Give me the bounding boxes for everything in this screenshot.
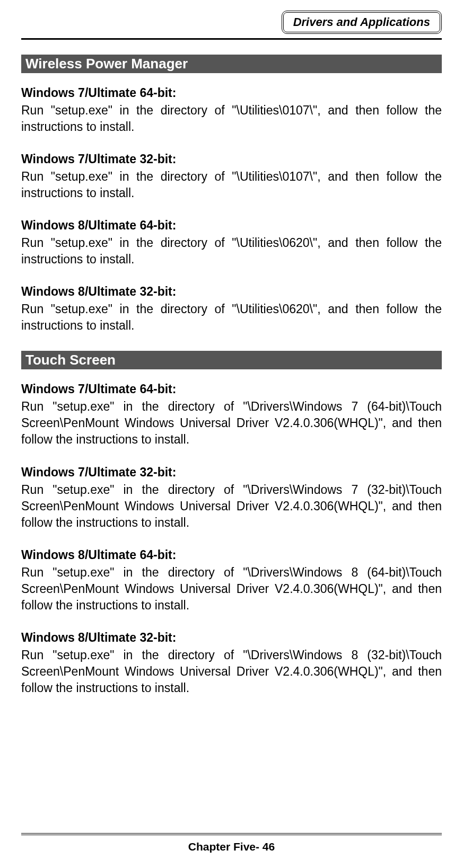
- subsection-win8-64: Windows 8/Ultimate 64-bit: Run "setup.ex…: [21, 218, 442, 268]
- section-wireless-power-manager: Wireless Power Manager: [21, 55, 442, 73]
- subsection-ts-win7-32: Windows 7/Ultimate 32-bit: Run "setup.ex…: [21, 465, 442, 531]
- subsection-body: Run "setup.exe" in the directory of "\Dr…: [21, 398, 442, 448]
- subsection-win8-32: Windows 8/Ultimate 32-bit: Run "setup.ex…: [21, 285, 442, 334]
- subsection-title: Windows 8/Ultimate 64-bit:: [21, 548, 442, 562]
- subsection-body: Run "setup.exe" in the directory of "\Dr…: [21, 482, 442, 531]
- subsection-body: Run "setup.exe" in the directory of "\Ut…: [21, 301, 442, 334]
- subsection-title: Windows 8/Ultimate 32-bit:: [21, 285, 442, 299]
- page-footer: Chapter Five- 46: [21, 833, 442, 853]
- subsection-title: Windows 8/Ultimate 64-bit:: [21, 218, 442, 233]
- subsection-body: Run "setup.exe" in the directory of "\Ut…: [21, 102, 442, 135]
- subsection-title: Windows 7/Ultimate 64-bit:: [21, 86, 442, 100]
- subsection-ts-win7-64: Windows 7/Ultimate 64-bit: Run "setup.ex…: [21, 382, 442, 448]
- subsection-title: Windows 7/Ultimate 32-bit:: [21, 152, 442, 166]
- subsection-ts-win8-32: Windows 8/Ultimate 32-bit: Run "setup.ex…: [21, 631, 442, 696]
- subsection-ts-win8-64: Windows 8/Ultimate 64-bit: Run "setup.ex…: [21, 548, 442, 614]
- page-header-title: Drivers and Applications: [293, 15, 430, 29]
- subsection-title: Windows 7/Ultimate 64-bit:: [21, 382, 442, 396]
- page-header-box: Drivers and Applications: [282, 11, 442, 34]
- footer-divider: [21, 833, 442, 835]
- subsection-body: Run "setup.exe" in the directory of "\Ut…: [21, 169, 442, 201]
- subsection-win7-64: Windows 7/Ultimate 64-bit: Run "setup.ex…: [21, 86, 442, 135]
- section-touch-screen: Touch Screen: [21, 351, 442, 369]
- header-divider: [21, 38, 442, 40]
- footer-text: Chapter Five- 46: [21, 840, 442, 853]
- subsection-win7-32: Windows 7/Ultimate 32-bit: Run "setup.ex…: [21, 152, 442, 201]
- subsection-body: Run "setup.exe" in the directory of "\Dr…: [21, 647, 442, 696]
- subsection-title: Windows 7/Ultimate 32-bit:: [21, 465, 442, 480]
- subsection-title: Windows 8/Ultimate 32-bit:: [21, 631, 442, 645]
- subsection-body: Run "setup.exe" in the directory of "\Dr…: [21, 564, 442, 614]
- subsection-body: Run "setup.exe" in the directory of "\Ut…: [21, 235, 442, 268]
